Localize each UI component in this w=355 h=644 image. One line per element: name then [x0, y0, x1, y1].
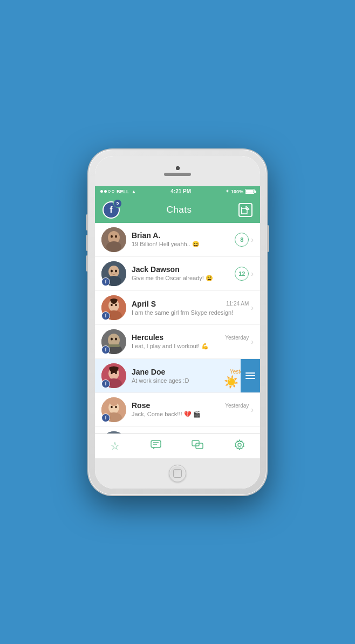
header-title: Chats — [167, 205, 192, 215]
chat-preview-rose: Jack, Come back!!! 💔 🎬 — [132, 411, 249, 418]
facebook-button[interactable]: f 5 — [103, 201, 120, 219]
signal-dots — [100, 190, 114, 193]
swipe-bars — [245, 372, 255, 379]
fb-badge: 5 — [113, 199, 122, 208]
chat-item-hercules[interactable]: f Hercules Yesterday I eat, I play and I… — [95, 325, 260, 359]
fb-badge-hercules: f — [101, 345, 110, 354]
chevron-rose: › — [251, 405, 254, 414]
phone-device: BELL ▲ 4:21 PM ✴ 100% f 5 Chats — [88, 150, 267, 495]
battery-percent: 100% — [231, 189, 243, 194]
header: f 5 Chats — [95, 197, 260, 223]
chat-time-april: 11:24 AM — [226, 301, 249, 307]
status-time: 4:21 PM — [170, 188, 191, 194]
home-button-inner — [173, 469, 182, 478]
chevron-april: › — [251, 303, 254, 312]
avatar-wrap-april: f — [101, 295, 126, 320]
unread-badge-jack: 12 — [235, 267, 249, 281]
swipe-bar-3 — [245, 378, 255, 379]
chat-item-jack[interactable]: f Jack Dawson Give me the Oscar already!… — [95, 257, 260, 291]
speaker — [164, 173, 191, 176]
chat-time-rose: Yesterday — [225, 403, 249, 409]
chat-icon — [151, 440, 161, 452]
compose-button[interactable] — [238, 203, 252, 217]
home-button[interactable] — [169, 465, 186, 482]
chat-name-rose: Rose — [132, 401, 150, 410]
sun-emoji: ☀️ — [224, 375, 238, 389]
chat-preview-hercules: I eat, I play and I workout! 💪 — [132, 343, 249, 350]
chat-top-april: April S 11:24 AM — [132, 300, 249, 308]
status-right: ✴ 100% — [226, 189, 255, 194]
svg-point-23 — [115, 337, 117, 340]
signal-dot-2 — [104, 190, 107, 193]
unread-badge-brian: 8 — [235, 233, 249, 247]
avatar-brian — [101, 227, 126, 252]
avatar-mark — [101, 431, 126, 433]
chat-name-hercules: Hercules — [132, 333, 163, 342]
tab-settings[interactable] — [229, 438, 250, 454]
avatar-wrap-brian — [101, 227, 126, 252]
tab-favorites[interactable]: ☆ — [105, 438, 125, 453]
avatar-wrap-jack: f — [101, 261, 126, 286]
settings-gear-icon — [234, 439, 245, 450]
camera — [176, 166, 180, 170]
carrier-label: BELL — [117, 189, 129, 194]
compose-svg-icon — [241, 206, 250, 214]
battery-icon — [245, 189, 255, 194]
groups-icon — [192, 440, 203, 452]
bluetooth-icon: ✴ — [226, 189, 229, 194]
swipe-bar-2 — [245, 375, 255, 376]
chat-bubble-icon — [151, 440, 161, 450]
status-left: BELL ▲ — [100, 189, 136, 194]
chat-item-rose[interactable]: f Rose Yesterday Jack, Come back!!! 💔 🎬 … — [95, 393, 260, 427]
fb-badge-rose: f — [101, 413, 110, 422]
svg-point-34 — [115, 405, 117, 408]
fb-badge-april: f — [101, 311, 110, 320]
chat-item-brian[interactable]: Brian A. 19 Billion! Hell yeahh.. 😆 8 › — [95, 223, 260, 257]
tab-chats[interactable] — [145, 439, 167, 453]
chat-preview-jack: Give me the Oscar already! 😩 — [132, 275, 230, 282]
chat-item-mark[interactable]: Mark Z. Tuesday WhatsApp expired, bought… — [95, 427, 260, 433]
avatar-wrap-hercules: f — [101, 329, 126, 354]
tab-groups[interactable] — [186, 439, 209, 453]
chat-name-brian: Brian A. — [132, 231, 160, 240]
swipe-action-bar[interactable] — [241, 359, 260, 392]
chat-top-rose: Rose Yesterday — [132, 401, 249, 410]
chat-preview-april: I am the same girl frm Skype redesign! — [132, 309, 249, 316]
svg-point-50 — [238, 443, 241, 446]
phone-screen: BELL ▲ 4:21 PM ✴ 100% f 5 Chats — [95, 156, 260, 489]
signal-dot-1 — [100, 190, 103, 193]
avatar-wrap-jane: f — [101, 363, 126, 388]
svg-point-13 — [115, 269, 117, 272]
svg-point-7 — [111, 235, 113, 238]
chevron-jack: › — [251, 269, 254, 278]
face-mark — [101, 431, 126, 433]
svg-point-18 — [115, 303, 117, 306]
gear-icon — [234, 439, 245, 453]
chat-item-april[interactable]: f April S 11:24 AM I am the same girl fr… — [95, 291, 260, 325]
chevron-brian: › — [251, 235, 254, 244]
svg-line-1 — [246, 206, 249, 209]
svg-rect-0 — [242, 208, 247, 214]
fb-badge-jack: f — [101, 277, 110, 286]
chat-item-jane[interactable]: f Jane Doe Yesterday At work since ages … — [95, 359, 260, 393]
svg-point-10 — [108, 266, 119, 277]
chat-time-hercules: Yesterday — [225, 335, 249, 341]
svg-point-8 — [115, 235, 117, 238]
svg-rect-24 — [108, 344, 120, 347]
svg-point-33 — [111, 405, 113, 408]
avatar-wrap-mark — [101, 431, 126, 433]
chat-content-jack: Jack Dawson Give me the Oscar already! 😩 — [132, 265, 230, 282]
star-icon: ☆ — [110, 439, 120, 452]
chat-name-jane: Jane Doe — [132, 368, 165, 376]
chat-content-brian: Brian A. 19 Billion! Hell yeahh.. 😆 — [132, 231, 230, 248]
svg-point-6 — [106, 241, 121, 252]
groups-bubble-icon — [192, 440, 203, 450]
chat-top-brian: Brian A. — [132, 231, 230, 240]
avatar-wrap-rose: f — [101, 397, 126, 422]
svg-rect-35 — [101, 431, 126, 433]
screen: BELL ▲ 4:21 PM ✴ 100% f 5 Chats — [95, 186, 260, 458]
svg-point-12 — [111, 269, 113, 272]
face-brian — [101, 227, 126, 252]
chat-top-jack: Jack Dawson — [132, 265, 230, 274]
swipe-bar-1 — [245, 372, 255, 374]
